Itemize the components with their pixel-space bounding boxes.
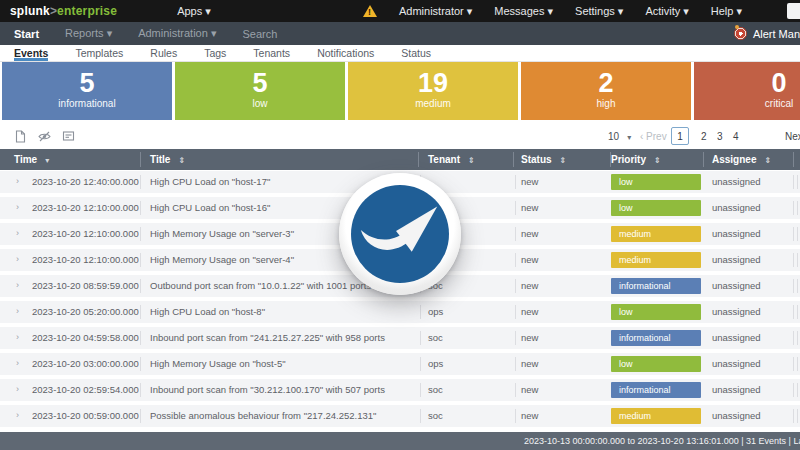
tab-templates[interactable]: Templates [75, 45, 123, 61]
row-separator [797, 383, 798, 397]
row-separator [515, 253, 516, 267]
topbar-menu-messages[interactable]: Messages ▾ [494, 5, 553, 18]
tab-events[interactable]: Events [14, 45, 48, 61]
column-header-tenant[interactable]: Tenant⇕ [428, 149, 475, 170]
column-header-title[interactable]: Title⇕ [150, 149, 185, 170]
tab-notifications[interactable]: Notifications [317, 45, 374, 61]
row-separator [140, 409, 141, 423]
app-nav-bar: StartReports ▾Administration ▾Search [0, 22, 800, 45]
row-separator [515, 279, 516, 293]
nav-item-search[interactable]: Search [242, 28, 277, 40]
eye-hide-icon[interactable] [38, 130, 51, 143]
time-range-status: 2023-10-13 00:00:00.000 to 2023-10-20 13… [524, 436, 800, 446]
row-separator [420, 409, 421, 423]
cell-status: new [521, 327, 538, 349]
alert-manager-logo-icon [734, 27, 747, 40]
cell-title: Outbound port scan from "10.0.1.22" with… [150, 275, 371, 297]
row-separator [515, 357, 516, 371]
row-separator [797, 357, 798, 371]
nav-item-administration[interactable]: Administration ▾ [138, 27, 216, 40]
topbar-menu-settings[interactable]: Settings ▾ [575, 5, 623, 18]
nav-item-reports[interactable]: Reports ▾ [65, 27, 112, 40]
tab-status[interactable]: Status [401, 45, 431, 61]
expand-chevron-icon[interactable]: › [16, 327, 19, 349]
table-row[interactable]: ›2023-10-20 02:59:54.000Inbound port sca… [0, 379, 800, 401]
pagination-page-3[interactable]: 3 [717, 131, 723, 142]
tab-tags[interactable]: Tags [204, 45, 226, 61]
table-row[interactable]: ›2023-10-20 00:59:00.000Possible anomalo… [0, 405, 800, 427]
expand-chevron-icon[interactable]: › [16, 249, 19, 271]
severity-count: 0 [694, 66, 800, 100]
topbar-menu-activity[interactable]: Activity ▾ [645, 5, 688, 18]
severity-label: critical [694, 98, 800, 109]
find-search-box[interactable] [787, 3, 800, 19]
column-label: Title [150, 154, 170, 165]
pagination-prev[interactable]: ‹ Prev [640, 131, 667, 142]
severity-label: high [521, 98, 691, 109]
splunk-logo[interactable]: splunk>enterprise [10, 4, 117, 18]
priority-badge: medium [611, 408, 701, 424]
cell-time: 2023-10-20 03:00:00.000 [32, 353, 139, 375]
topbar-menu-administrator[interactable]: Administrator ▾ [399, 5, 472, 18]
severity-card-low[interactable]: 5low [175, 62, 345, 120]
severity-count: 19 [348, 66, 518, 100]
pagination-page-1[interactable]: 1 [671, 127, 689, 145]
table-row[interactable]: ›2023-10-20 05:20:00.000High CPU Load on… [0, 301, 800, 323]
pagination-next[interactable]: Next [785, 131, 800, 142]
severity-card-high[interactable]: 2high [521, 62, 691, 120]
row-separator [793, 331, 794, 345]
severity-card-critical[interactable]: 0critical [694, 62, 800, 120]
expand-chevron-icon[interactable]: › [16, 379, 19, 401]
tab-tenants[interactable]: Tenants [253, 45, 290, 61]
cell-assignee: unassigned [712, 379, 761, 401]
logo-brand: splunk [10, 4, 50, 18]
cell-status: new [521, 249, 538, 271]
expand-chevron-icon[interactable]: › [16, 197, 19, 219]
row-separator [140, 201, 141, 215]
column-header-priority[interactable]: Priority⇕ [611, 149, 661, 170]
priority-badge: medium [611, 226, 701, 242]
cell-title: High Memory Usage on "host-5" [150, 353, 286, 375]
expand-chevron-icon[interactable]: › [16, 353, 19, 375]
app-identity[interactable]: Alert Man [734, 22, 800, 45]
severity-card-informational[interactable]: 5informational [2, 62, 172, 120]
page-size-dropdown[interactable]: 10▾ [608, 131, 631, 142]
expand-chevron-icon[interactable]: › [16, 223, 19, 245]
apps-menu[interactable]: Apps ▾ [177, 5, 211, 18]
priority-badge: informational [611, 330, 701, 346]
column-header-assignee[interactable]: Assignee⇕ [712, 149, 771, 170]
row-separator [420, 357, 421, 371]
pagination-page-2[interactable]: 2 [701, 131, 707, 142]
row-separator [793, 175, 794, 189]
pagination-page-4[interactable]: 4 [733, 131, 739, 142]
expand-chevron-icon[interactable]: › [16, 405, 19, 427]
nav-item-start[interactable]: Start [14, 28, 39, 40]
warning-icon[interactable] [363, 5, 377, 17]
tab-rules[interactable]: Rules [150, 45, 177, 61]
cell-tenant: soc [428, 379, 443, 401]
expand-chevron-icon[interactable]: › [16, 301, 19, 323]
top-bar: splunk>enterprise Apps ▾ Administrator ▾… [0, 0, 800, 22]
row-separator [797, 175, 798, 189]
table-row[interactable]: ›2023-10-20 04:59:58.000Inbound port sca… [0, 327, 800, 349]
row-separator [797, 331, 798, 345]
expand-chevron-icon[interactable]: › [16, 171, 19, 193]
row-separator [515, 227, 516, 241]
topbar-menu-help[interactable]: Help ▾ [711, 5, 742, 18]
comment-icon[interactable] [62, 130, 75, 143]
redirect-arrow-overlay [339, 173, 461, 295]
row-separator [420, 305, 421, 319]
table-row[interactable]: ›2023-10-20 03:00:00.000High Memory Usag… [0, 353, 800, 375]
column-header-time[interactable]: Time▾ [14, 149, 49, 170]
column-header-status[interactable]: Status⇕ [521, 149, 566, 170]
row-separator [140, 227, 141, 241]
cell-status: new [521, 223, 538, 245]
export-icon[interactable] [14, 130, 27, 143]
row-separator [140, 305, 141, 319]
row-separator [797, 201, 798, 215]
severity-card-medium[interactable]: 19medium [348, 62, 518, 120]
cell-tenant: ops [428, 301, 443, 323]
cell-time: 2023-10-20 05:20:00.000 [32, 301, 139, 323]
cell-time: 2023-10-20 08:59:59.000 [32, 275, 139, 297]
expand-chevron-icon[interactable]: › [16, 275, 19, 297]
